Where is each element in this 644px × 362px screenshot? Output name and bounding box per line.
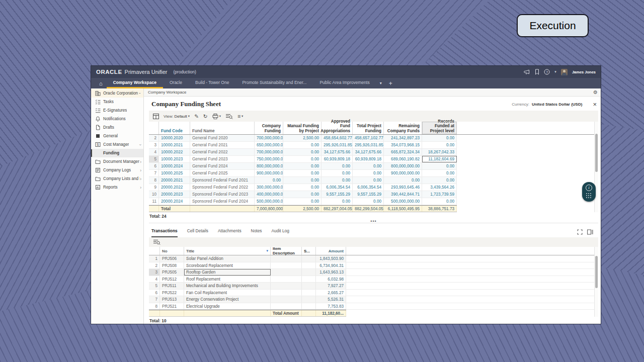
- company-funding-cell[interactable]: 800,000,000.00: [255, 163, 283, 169]
- record-title[interactable]: Scoreboard Replacement: [184, 262, 271, 269]
- fund-code-link[interactable]: 10000.2022: [159, 149, 190, 155]
- manual-funding-cell[interactable]: 0.00: [283, 191, 321, 198]
- col-company-funding[interactable]: Company Funding: [255, 122, 283, 134]
- remaining-funds-cell[interactable]: 293,993,645.46: [384, 184, 422, 191]
- records-funded-cell[interactable]: 1,723,739.59: [422, 191, 457, 198]
- scrollbar-thumb[interactable]: [595, 134, 598, 172]
- total-project-funding-cell[interactable]: 0.00: [353, 177, 384, 184]
- approved-appropriations-cell[interactable]: 0.00: [321, 170, 353, 176]
- transaction-row[interactable]: 7 PRJ513 Energy Conservation Project 5,5…: [149, 296, 594, 303]
- company-funding-cell[interactable]: 400,000,000.00: [255, 191, 283, 198]
- company-funding-cell[interactable]: 0.00: [255, 177, 283, 184]
- fund-code-link[interactable]: 10000.2021: [159, 142, 190, 148]
- total-project-funding-cell[interactable]: 9,557,155.29: [353, 191, 384, 198]
- panel-layout-icon[interactable]: [587, 229, 593, 235]
- fund-code-link[interactable]: 20000.2024: [159, 198, 190, 205]
- funding-row[interactable]: 7 10000.2025 General Fund 2025 900,000,0…: [149, 170, 457, 177]
- drag-handle-icon[interactable]: •••: [370, 220, 376, 223]
- amount-cell[interactable]: 5,526.31: [316, 296, 346, 303]
- remaining-funds-cell[interactable]: 0.00: [384, 177, 422, 184]
- edit-icon[interactable]: ✎: [194, 113, 199, 119]
- sort-caret-icon[interactable]: ▾: [266, 249, 268, 253]
- total-project-funding-cell[interactable]: 0.00: [353, 198, 384, 205]
- record-no[interactable]: PRJ505: [160, 269, 184, 276]
- apps-grid-icon[interactable]: [586, 193, 592, 199]
- funding-row[interactable]: 3 10000.2021 General Fund 2021 650,000,0…: [149, 142, 457, 149]
- total-project-funding-cell[interactable]: 34,127,675.66: [353, 149, 384, 155]
- record-title[interactable]: Rooftop Garden: [184, 269, 271, 276]
- amount-cell[interactable]: 6,734,904.31: [316, 262, 346, 269]
- transaction-row[interactable]: 5 PRJ511 Mechanical and Building Improve…: [149, 283, 594, 290]
- col-approved-appropriations[interactable]: Approved Fund Appropriations: [321, 122, 353, 134]
- manual-funding-cell[interactable]: 0.00: [283, 184, 321, 191]
- approved-appropriations-cell[interactable]: 458,654,602.77: [321, 135, 353, 141]
- print-icon[interactable]: ▾: [212, 114, 221, 119]
- manual-funding-cell[interactable]: 0.00: [283, 149, 321, 155]
- sidebar-item-tasks[interactable]: Tasks: [91, 98, 143, 106]
- total-project-funding-cell[interactable]: 6,006,354.54: [353, 184, 384, 191]
- company-funding-cell[interactable]: 750,000,000.00: [255, 156, 283, 162]
- total-project-funding-cell[interactable]: 60,939,809.18: [353, 156, 384, 162]
- col-s[interactable]: S...: [302, 247, 316, 255]
- col-remaining-company-funds[interactable]: Remaining Company Funds: [384, 122, 422, 134]
- remaining-funds-cell[interactable]: 800,000,000.00: [384, 163, 422, 169]
- close-icon[interactable]: ×: [593, 101, 597, 108]
- col-fund-code[interactable]: Fund Code: [159, 122, 190, 134]
- manual-funding-cell[interactable]: 0.00: [283, 156, 321, 162]
- record-title[interactable]: Energy Conservation Project: [184, 296, 271, 303]
- record-title[interactable]: Electrical Upgrade: [184, 303, 271, 310]
- view-selector[interactable]: View: Default ▾: [164, 114, 190, 119]
- panel-splitter[interactable]: •••: [149, 220, 598, 225]
- approved-appropriations-cell[interactable]: 6,006,354.54: [321, 184, 353, 191]
- tab-build-tower-one[interactable]: Build - Tower One: [189, 78, 235, 88]
- manual-funding-cell[interactable]: 0.00: [283, 177, 321, 184]
- sidebar-item-document-manager[interactable]: Document Manager ›: [91, 157, 143, 166]
- record-title[interactable]: Roof Replacement: [184, 276, 271, 283]
- funding-row[interactable]: 10 20000.2023 Sponsored Federal Fund 202…: [149, 191, 457, 198]
- chevron-down-icon[interactable]: ›: [140, 142, 141, 147]
- transaction-row[interactable]: 6 PRJ522 Fan Coil Replacement 2,665.27: [149, 290, 594, 297]
- sidebar-item-cost-manager[interactable]: $ Cost Manager ›: [91, 140, 143, 149]
- user-avatar[interactable]: [561, 69, 568, 75]
- company-funding-cell[interactable]: 900,000,000.00: [255, 170, 283, 176]
- funding-row[interactable]: 11 20000.2024 Sponsored Federal Fund 202…: [149, 198, 457, 205]
- company-funding-cell[interactable]: 650,000,000.00: [255, 142, 283, 148]
- col-title[interactable]: Title▾: [184, 247, 271, 255]
- transaction-row[interactable]: 1 PRJ506 Solar Panel Addition 1,843,503.…: [149, 255, 594, 262]
- approved-appropriations-cell[interactable]: 9,557,155.29: [321, 191, 353, 198]
- manual-funding-cell[interactable]: 2,500.00: [283, 135, 321, 141]
- company-funding-cell[interactable]: 300,000,000.00: [255, 184, 283, 191]
- remaining-funds-cell[interactable]: 241,342,897.23: [384, 135, 422, 141]
- record-title[interactable]: Mechanical and Building Improvements: [184, 283, 271, 289]
- help-caret-icon[interactable]: ▾: [554, 70, 556, 74]
- col-item-description[interactable]: Item Description: [271, 247, 302, 255]
- records-funded-cell[interactable]: 11,182,604.69: [422, 156, 457, 162]
- records-funded-cell[interactable]: 0.00: [422, 163, 457, 169]
- transaction-row[interactable]: 4 PRJ512 Roof Replacement 6,032.98: [149, 276, 594, 283]
- tab-oracle[interactable]: Oracle: [163, 78, 189, 88]
- company-funding-cell[interactable]: 500,000,000.00: [255, 198, 283, 205]
- transaction-row[interactable]: 8 PRJ521 Electrical Upgrade 7,753.83: [149, 303, 594, 310]
- tab-promote-sustainability[interactable]: Promote Sustainability and Ener...: [235, 78, 313, 88]
- tabs-overflow-icon[interactable]: ▾: [376, 78, 385, 88]
- funding-scrollbar[interactable]: [594, 122, 598, 212]
- expand-icon[interactable]: [577, 229, 583, 235]
- chevron-right-icon[interactable]: ›: [140, 168, 141, 173]
- record-no[interactable]: PRJ512: [160, 276, 184, 283]
- fund-code-link[interactable]: 20000.2022: [159, 184, 190, 191]
- records-funded-cell[interactable]: 3,439,564.26: [422, 184, 457, 191]
- total-project-funding-cell[interactable]: 0.00: [353, 163, 384, 169]
- tab-notes[interactable]: Notes: [251, 228, 262, 237]
- tab-audit-log[interactable]: Audit Log: [271, 228, 289, 237]
- add-tab-button[interactable]: +: [385, 78, 396, 88]
- remaining-funds-cell[interactable]: 390,442,844.71: [384, 191, 422, 198]
- col-records-funded[interactable]: Records Funded at Project level: [422, 122, 457, 134]
- funding-row[interactable]: 6 10000.2024 General Fund 2024 800,000,0…: [149, 163, 457, 170]
- funding-row[interactable]: 8 20000.2021 Sponsored Federal Fund 2021…: [149, 177, 457, 184]
- record-no[interactable]: PRJ511: [160, 283, 184, 289]
- approved-appropriations-cell[interactable]: 0.00: [321, 163, 353, 169]
- remaining-funds-cell[interactable]: 689,060,190.82: [384, 156, 422, 162]
- record-no[interactable]: PRJ522: [160, 290, 184, 296]
- record-no[interactable]: PRJ521: [160, 303, 184, 310]
- help-icon[interactable]: ?: [544, 69, 550, 75]
